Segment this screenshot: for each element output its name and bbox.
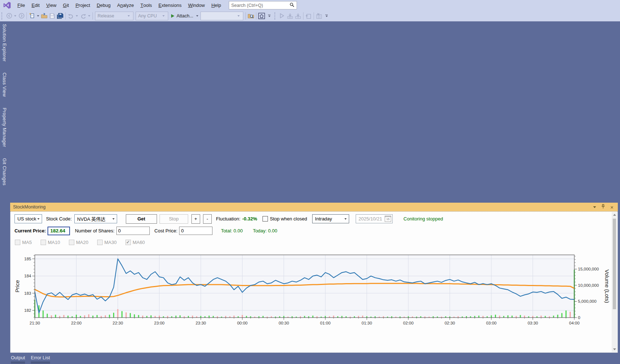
volume-axis-title: Volume (Lots) bbox=[604, 269, 610, 303]
navigate-forward-button[interactable] bbox=[17, 12, 25, 20]
svg-text:21:30: 21:30 bbox=[30, 321, 40, 325]
svg-text:01:00: 01:00 bbox=[320, 321, 331, 325]
get-button[interactable]: Get bbox=[126, 214, 157, 224]
ma-item-ma5: MA5 bbox=[15, 240, 32, 245]
solution-configuration-combo[interactable]: Release bbox=[95, 12, 133, 20]
ma10-checkbox[interactable] bbox=[41, 240, 46, 245]
open-file-button[interactable] bbox=[40, 12, 48, 20]
home-button[interactable] bbox=[257, 12, 266, 20]
import-data-button-2[interactable] bbox=[294, 12, 302, 20]
shares-input[interactable] bbox=[116, 227, 150, 235]
debug-target-combo[interactable] bbox=[201, 12, 243, 20]
ma5-label: MA5 bbox=[22, 240, 32, 245]
ma-item-ma10: MA10 bbox=[41, 240, 60, 245]
attach-dropdown[interactable] bbox=[196, 15, 198, 17]
export-data-button[interactable] bbox=[305, 12, 313, 20]
side-tab-strip: Solution ExplorerClass ViewProperty Mana… bbox=[1, 23, 8, 186]
menu-help[interactable]: Help bbox=[208, 0, 224, 11]
undo-dropdown[interactable] bbox=[76, 15, 78, 17]
stop-button[interactable]: Stop bbox=[160, 214, 188, 224]
search-input[interactable]: Search (Ctrl+Q) bbox=[229, 1, 297, 9]
svg-text:182: 182 bbox=[24, 308, 31, 313]
window-position-icon[interactable] bbox=[593, 206, 596, 208]
toolbar-overflow-button[interactable] bbox=[267, 15, 272, 17]
scroll-up-icon[interactable] bbox=[613, 214, 616, 216]
run-tests-button[interactable] bbox=[278, 12, 286, 20]
toolbar-grip-2[interactable] bbox=[274, 12, 276, 20]
scroll-down-icon[interactable] bbox=[613, 348, 616, 350]
date-picker[interactable]: 2025/10/21 15 bbox=[356, 214, 393, 223]
market-combo[interactable]: US stock bbox=[15, 214, 42, 223]
new-project-button[interactable] bbox=[28, 12, 36, 20]
ma30-checkbox[interactable] bbox=[97, 240, 103, 245]
menu-bar: FileEditViewGitProjectDebugAnalyzeToolsE… bbox=[0, 0, 620, 11]
navigate-back-dropdown[interactable] bbox=[14, 15, 16, 17]
undo-button[interactable] bbox=[67, 12, 75, 20]
menu-git[interactable]: Git bbox=[60, 0, 73, 11]
svg-text:23:30: 23:30 bbox=[195, 321, 206, 325]
menu-file[interactable]: File bbox=[14, 0, 28, 11]
svg-text:15,000,000: 15,000,000 bbox=[578, 267, 599, 271]
svg-text:04:00: 04:00 bbox=[569, 321, 580, 325]
menu-extensions[interactable]: Extensions bbox=[155, 0, 185, 11]
current-price-label: Current Price: bbox=[15, 228, 46, 233]
pin-icon[interactable] bbox=[601, 204, 605, 210]
ma-item-ma60: ✓MA60 bbox=[125, 240, 145, 245]
redo-dropdown[interactable] bbox=[88, 15, 90, 17]
menu-tools[interactable]: Tools bbox=[137, 0, 155, 11]
svg-text:22:30: 22:30 bbox=[113, 321, 123, 325]
ma5-checkbox[interactable] bbox=[15, 240, 20, 245]
save-button[interactable] bbox=[48, 12, 56, 20]
tool-window-titlebar[interactable]: StockMonitoring × bbox=[10, 203, 618, 211]
attach-button[interactable]: Attach... bbox=[169, 12, 195, 20]
calendar-icon[interactable]: 15 bbox=[385, 216, 391, 222]
monitoring-status: Conitoring stopped bbox=[404, 216, 443, 222]
solution-platform-combo[interactable]: Any CPU bbox=[136, 12, 168, 20]
side-tab-git-changes[interactable]: Git Changes bbox=[1, 157, 8, 186]
ma20-checkbox[interactable] bbox=[69, 240, 74, 245]
search-placeholder: Search (Ctrl+Q) bbox=[231, 3, 263, 8]
stop-when-closed-checkbox[interactable] bbox=[263, 216, 268, 222]
import-data-button[interactable] bbox=[286, 12, 294, 20]
side-tab-solution-explorer[interactable]: Solution Explorer bbox=[1, 23, 8, 62]
today-value: Today: 0.00 bbox=[253, 228, 277, 233]
find-in-files-button[interactable] bbox=[247, 12, 255, 20]
menu-window[interactable]: Window bbox=[185, 0, 208, 11]
scrollbar-thumb[interactable] bbox=[613, 219, 616, 309]
svg-text:02:30: 02:30 bbox=[445, 321, 455, 325]
close-icon[interactable]: × bbox=[610, 204, 613, 210]
zoom-out-button[interactable]: - bbox=[203, 214, 212, 224]
menu-analyze[interactable]: Analyze bbox=[114, 0, 137, 11]
side-tab-property-manager[interactable]: Property Manager bbox=[1, 107, 8, 148]
menu-view[interactable]: View bbox=[43, 0, 59, 11]
ma60-checkbox[interactable]: ✓ bbox=[125, 240, 131, 245]
bottom-tab-error-list[interactable]: Error List bbox=[31, 355, 50, 364]
toolbar-overflow-button-2[interactable] bbox=[325, 15, 329, 17]
shares-label: Number of Shares: bbox=[75, 228, 115, 233]
period-combo[interactable]: Intraday bbox=[312, 214, 349, 223]
svg-text:23:00: 23:00 bbox=[154, 321, 165, 325]
toolbar-grip[interactable] bbox=[1, 12, 3, 20]
search-icon[interactable] bbox=[290, 3, 294, 8]
menu-edit[interactable]: Edit bbox=[28, 0, 43, 11]
vertical-scrollbar[interactable] bbox=[612, 212, 617, 352]
fluctuation-value: -0.32% bbox=[242, 216, 257, 222]
new-project-dropdown[interactable] bbox=[37, 15, 39, 17]
cost-price-label: Cost Price: bbox=[154, 228, 178, 233]
save-all-button[interactable] bbox=[56, 12, 64, 20]
menu-project[interactable]: Project bbox=[72, 0, 93, 11]
stop-when-closed-label: Stop when closed bbox=[270, 216, 307, 222]
cost-price-input[interactable] bbox=[179, 227, 212, 235]
zoom-in-button[interactable]: + bbox=[191, 214, 200, 224]
svg-text:0: 0 bbox=[578, 315, 580, 320]
svg-text:183: 183 bbox=[24, 291, 31, 295]
svg-text:03:00: 03:00 bbox=[486, 321, 497, 325]
stock-code-combo[interactable]: NVDA 英伟达 bbox=[74, 214, 117, 223]
bottom-tab-output[interactable]: Output bbox=[11, 355, 25, 364]
delete-data-button[interactable] bbox=[315, 12, 323, 20]
redo-button[interactable] bbox=[79, 12, 87, 20]
side-tab-class-view[interactable]: Class View bbox=[1, 72, 8, 98]
menu-debug[interactable]: Debug bbox=[94, 0, 114, 11]
fluctuation-label: Fluctuation: bbox=[216, 216, 240, 222]
navigate-back-button[interactable] bbox=[5, 12, 13, 20]
